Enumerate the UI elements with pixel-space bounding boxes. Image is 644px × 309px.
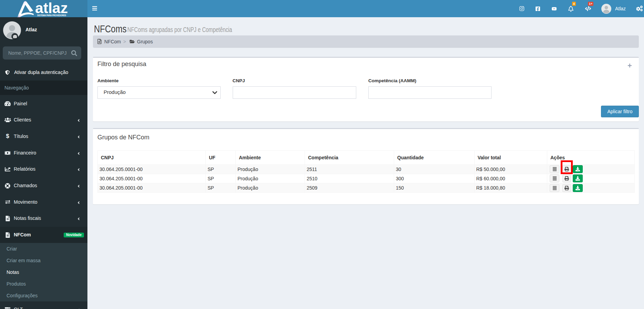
svg-text:SISTEMA PARA PROVEDORES: SISTEMA PARA PROVEDORES [37, 14, 66, 17]
